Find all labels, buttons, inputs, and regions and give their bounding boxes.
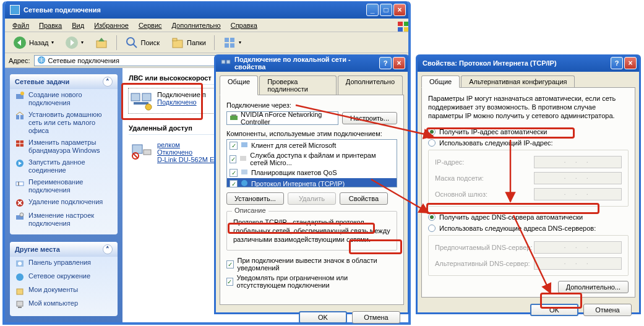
menu-extra[interactable]: Дополнительно [167, 20, 226, 30]
svg-rect-47 [230, 116, 238, 120]
dns1-label: Предпочитаемый DNS-сервер: [435, 244, 534, 251]
svg-rect-46 [226, 60, 230, 64]
minimize-button[interactable]: _ [366, 4, 379, 16]
lan-dialog-titlebar[interactable]: Подключение по локальной сети - свойства… [216, 54, 408, 72]
tab-general[interactable]: Общие [220, 75, 258, 95]
svg-rect-1 [404, 22, 409, 26]
sidebar-task-delete[interactable]: Удаление подключения [10, 196, 118, 210]
chevron-up-icon-2: ˄ [103, 244, 113, 254]
connect-via-label: Подключение через: [226, 101, 397, 109]
tab-extra[interactable]: Дополнительно [338, 75, 403, 95]
sidebar-tasks-header[interactable]: Сетевые задачи ˄ [10, 74, 118, 89]
component-row[interactable]: ✓Служба доступа к файлам и принтерам сет… [227, 151, 397, 167]
component-row[interactable]: ✓Планировщик пакетов QoS [227, 167, 397, 178]
svg-rect-41 [132, 145, 142, 153]
mask-label: Маска подсети: [435, 174, 534, 182]
tcpip-titlebar[interactable]: Свойства: Протокол Интернета (TCP/IP) ? … [418, 54, 639, 72]
radio-dot-icon [428, 139, 436, 147]
close-button-2[interactable]: × [393, 57, 405, 69]
dial-icon [130, 141, 152, 161]
menu-file[interactable]: Файл [7, 20, 34, 30]
sidebar-place-neighborhood[interactable]: Сетевое окружение [10, 270, 118, 284]
conn-dial-state[interactable]: Отключено [157, 148, 192, 156]
component-row[interactable]: ✓Клиент для сетей Microsoft [227, 140, 397, 151]
radio-dot-on-icon-2 [428, 213, 436, 221]
sidebar-place-my-pc[interactable]: Мой компьютер [10, 298, 118, 311]
close-button[interactable]: × [393, 4, 406, 16]
tab-auth[interactable]: Проверка подлинности [259, 75, 337, 95]
sidebar-task-new-conn[interactable]: Создание нового подключения [10, 89, 118, 109]
explorer-titlebar[interactable]: Сетевые подключения _ □ × [5, 1, 408, 19]
conn-dial-device[interactable]: D-Link DU-562M E [157, 156, 214, 163]
svg-line-8 [133, 44, 137, 48]
back-drop-icon: ▾ [51, 40, 54, 45]
menu-help[interactable]: Справка [226, 20, 262, 30]
properties-button[interactable]: Свойства [340, 192, 388, 205]
svg-rect-9 [173, 40, 182, 48]
tab-general-2[interactable]: Общие [421, 75, 460, 88]
tcpip-dialog: Свойства: Протокол Интернета (TCP/IP) ? … [416, 54, 641, 314]
back-button[interactable]: Назад ▾ [9, 33, 58, 52]
component-row-tcpip[interactable]: ✓Протокол Интернета (TCP/IP) [227, 178, 397, 187]
cancel-button-2[interactable]: Отмена [583, 304, 632, 316]
up-button[interactable] [90, 33, 113, 52]
folders-button[interactable]: Папки [166, 33, 210, 52]
conn-dial-name[interactable]: релком [157, 141, 180, 148]
opt-tray-icon[interactable]: ✓При подключении вывести значок в област… [226, 255, 397, 273]
radio-dot-icon-2 [428, 225, 436, 232]
sidebar-place-control-panel[interactable]: Панель управления [10, 257, 118, 270]
explorer-title: Сетевые подключения [24, 6, 101, 14]
nic-icon [230, 113, 238, 123]
help-button[interactable]: ? [379, 57, 392, 69]
svg-rect-39 [134, 102, 148, 105]
sidebar-task-settings[interactable]: Изменение настроек подключения [10, 210, 118, 229]
views-button[interactable]: ▾ [218, 33, 246, 52]
opt-limited[interactable]: ✓Уведомлять при ограниченном или отсутст… [226, 273, 397, 290]
tab-alt[interactable]: Альтернативная конфигурация [461, 75, 575, 87]
menu-tools[interactable]: Сервис [134, 20, 167, 30]
sidebar-task-rename[interactable]: Переименование подключения [10, 176, 118, 196]
sidebar-tasks-title: Сетевые задачи [15, 78, 69, 85]
service-icon [239, 154, 247, 164]
advanced-button[interactable]: Дополнительно... [558, 281, 629, 293]
search-button[interactable]: Поиск [121, 33, 164, 52]
sidebar-place-my-docs[interactable]: Мои документы [10, 284, 118, 298]
radio-dns-manual[interactable]: Использовать следующие адреса DNS-сервер… [428, 223, 629, 234]
radio-ip-manual[interactable]: Использовать следующий IP-адрес: [428, 137, 629, 148]
menubar: Файл Правка Вид Избранное Сервис Дополни… [5, 19, 408, 32]
sidebar-task-start-conn[interactable]: Запустить данное соединение [10, 157, 118, 176]
sidebar-task-firewall[interactable]: Изменить параметры брандмауэра Windows [10, 137, 118, 157]
svg-line-44 [133, 153, 138, 158]
help-button-2[interactable]: ? [611, 57, 623, 69]
svg-rect-0 [398, 22, 403, 26]
svg-point-32 [18, 262, 22, 265]
dns2-label: Альтернативный DNS-сервер: [435, 260, 534, 267]
close-button-3[interactable]: × [624, 57, 637, 69]
maximize-button[interactable]: □ [380, 4, 392, 16]
folders-label: Папки [187, 39, 206, 46]
cancel-button[interactable]: Отмена [352, 311, 400, 324]
dns1-input: . . . [534, 241, 622, 254]
svg-point-17 [20, 92, 24, 95]
menu-view[interactable]: Вид [67, 20, 89, 30]
configure-button[interactable]: Настроить... [342, 112, 397, 124]
sidebar-places-header[interactable]: Другие места ˄ [10, 242, 118, 257]
lan-properties-dialog: Подключение по локальной сети - свойства… [214, 54, 410, 314]
sidebar-task-home-net[interactable]: Установить домашнюю сеть или сеть малого… [10, 109, 118, 137]
menu-favorites[interactable]: Избранное [89, 20, 134, 30]
ok-button[interactable]: OK [299, 311, 347, 324]
sidebar-tasks-panel: Сетевые задачи ˄ Создание нового подключ… [10, 74, 118, 234]
components-list[interactable]: ✓Клиент для сетей Microsoft ✓Служба дост… [226, 139, 397, 187]
install-button[interactable]: Установить... [226, 192, 284, 205]
svg-rect-51 [241, 169, 247, 174]
svg-rect-35 [17, 301, 23, 306]
menu-edit[interactable]: Правка [34, 20, 67, 30]
address-value: Сетевые подключения [48, 57, 119, 64]
gateway-input: . . . [534, 188, 622, 200]
conn-lan-link[interactable]: Подключено [157, 98, 197, 106]
radio-dns-auto[interactable]: Получить адрес DNS-сервера автоматически [428, 212, 629, 223]
ip-addr-input: . . . [534, 156, 622, 168]
forward-button[interactable]: ▾ [61, 33, 88, 52]
radio-ip-auto[interactable]: Получить IP-адрес автоматически [428, 126, 629, 137]
ok-button-2[interactable]: OK [530, 304, 578, 316]
